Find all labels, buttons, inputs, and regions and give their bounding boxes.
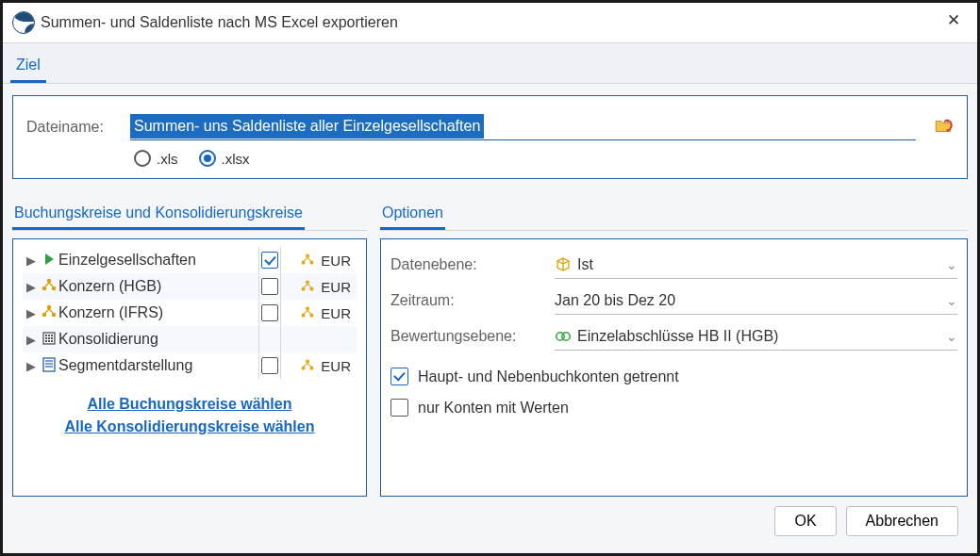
hub-icon: [300, 279, 315, 294]
play-icon: [42, 252, 57, 267]
label-data-level: Datenebene:: [390, 256, 555, 273]
close-button[interactable]: ✕: [939, 8, 968, 37]
tree-node-label: Konzern (HGB): [58, 278, 258, 295]
value-data-level: Ist: [577, 256, 593, 273]
dialog-footer: OK Abbrechen: [12, 497, 968, 546]
dropdown-valuation[interactable]: Einzelabschlüsse HB II (HGB) ⌄: [555, 323, 957, 351]
filename-panel: Dateiname: Summen- uns Saldenliste aller…: [12, 95, 968, 179]
tree-expander[interactable]: ▶: [23, 280, 40, 294]
cancel-button[interactable]: Abbrechen: [846, 506, 958, 536]
chevron-down-icon: ⌄: [946, 257, 957, 272]
tree-node-icon: [40, 356, 58, 376]
tree-node-label: Konzern (IFRS): [58, 304, 258, 321]
section-header-left: Buchungskreise und Konsolidierungskreise: [12, 192, 367, 231]
checkbox-icon: [390, 399, 408, 417]
hub-icon: [300, 305, 315, 320]
link-select-all-bk[interactable]: Alle Buchungskreise wählen: [23, 396, 357, 413]
tree-node-icon: [40, 330, 58, 350]
tab-ziel[interactable]: Ziel: [10, 51, 46, 83]
hub-icon: [41, 277, 58, 294]
checkbox-icon[interactable]: [261, 252, 278, 269]
title-bar: Summen- und Saldenliste nach MS Excel ex…: [3, 3, 977, 43]
tree-expander[interactable]: ▶: [23, 253, 40, 268]
tree-currency: EUR: [321, 253, 351, 269]
checkbox-icon[interactable]: [261, 278, 278, 295]
top-tabstrip: Ziel: [3, 43, 977, 84]
app-logo-icon: [12, 11, 35, 34]
circles-icon: [555, 328, 572, 345]
tree-expander[interactable]: ▶: [23, 359, 40, 373]
tree-expander[interactable]: ▶: [23, 306, 40, 320]
building-icon: [41, 330, 58, 347]
tree-node-label: Einzelgesellschaften: [58, 252, 258, 269]
radio-xls-label: .xls: [157, 151, 178, 167]
cube-icon: [555, 256, 572, 273]
chevron-down-icon: ⌄: [946, 293, 957, 308]
tree-panel: ▶EinzelgesellschaftenEUR▶Konzern (HGB)EU…: [12, 238, 367, 497]
label-only-with-values: nur Konten mit Werten: [418, 400, 569, 417]
tree-row[interactable]: ▶Konzern (HGB)EUR: [23, 273, 357, 300]
checkbox-icon: [390, 368, 408, 385]
filename-label: Dateiname:: [26, 119, 121, 136]
tree-row[interactable]: ▶Konzern (IFRS)EUR: [23, 300, 357, 326]
tree-node-icon: [40, 303, 58, 323]
checkbox-icon[interactable]: [261, 357, 278, 374]
segment-icon: [41, 356, 58, 373]
tree-row[interactable]: ▶SegmentdarstellungEUR: [23, 352, 357, 379]
link-select-all-kk[interactable]: Alle Konsolidierungskreise wählen: [23, 418, 357, 435]
browse-button[interactable]: [933, 117, 954, 138]
radio-xlsx-label: .xlsx: [222, 151, 250, 167]
tree-row[interactable]: ▶EinzelgesellschaftenEUR: [23, 247, 357, 273]
radio-dot-icon: [199, 150, 216, 167]
checkbox-only-with-values[interactable]: nur Konten mit Werten: [390, 399, 957, 417]
tree-currency: EUR: [321, 279, 351, 295]
tree-row[interactable]: ▶Konsolidierung: [23, 326, 357, 352]
filename-input[interactable]: Summen- uns Saldenliste aller Einzelgese…: [130, 113, 916, 140]
radio-xlsx[interactable]: .xlsx: [199, 150, 250, 167]
hub-icon: [41, 303, 58, 320]
label-period: Zeitraum:: [390, 292, 555, 309]
checkbox-icon[interactable]: [261, 304, 278, 321]
options-panel: Datenebene: Ist ⌄ Zeitraum: Jan 20 bis D…: [380, 238, 968, 497]
tree-currency: EUR: [321, 358, 351, 374]
hub-icon: [300, 358, 315, 373]
hub-icon: [300, 253, 315, 268]
label-split-accounts: Haupt- und Nebenbuchkonten getrennt: [418, 368, 679, 385]
value-period: Jan 20 bis Dez 20: [555, 292, 675, 309]
tree-expander[interactable]: ▶: [23, 333, 40, 347]
filename-selection: Summen- uns Saldenliste aller Einzelgese…: [130, 114, 484, 139]
chevron-down-icon: ⌄: [946, 329, 957, 344]
radio-xls[interactable]: .xls: [134, 150, 178, 167]
tree-node-icon: [40, 252, 58, 270]
checkbox-split-accounts[interactable]: Haupt- und Nebenbuchkonten getrennt: [390, 368, 957, 385]
radio-dot-icon: [134, 150, 151, 167]
tree-node-label: Konsolidierung: [58, 331, 258, 348]
window-title: Summen- und Saldenliste nach MS Excel ex…: [41, 14, 939, 31]
section-header-right: Optionen: [380, 192, 968, 231]
section-tab-bk[interactable]: Buchungskreise und Konsolidierungskreise: [12, 201, 305, 230]
value-valuation: Einzelabschlüsse HB II (HGB): [577, 328, 778, 345]
tree-node-label: Segmentdarstellung: [58, 357, 258, 374]
tree-node-icon: [40, 277, 58, 297]
folder-open-icon: [933, 117, 954, 136]
label-valuation: Bewertungsebene:: [390, 328, 555, 345]
tree-currency: EUR: [321, 305, 351, 321]
ok-button[interactable]: OK: [774, 506, 836, 536]
dropdown-data-level[interactable]: Ist ⌄: [555, 252, 957, 279]
dropdown-period[interactable]: Jan 20 bis Dez 20 ⌄: [555, 287, 957, 315]
section-tab-options[interactable]: Optionen: [380, 201, 445, 230]
